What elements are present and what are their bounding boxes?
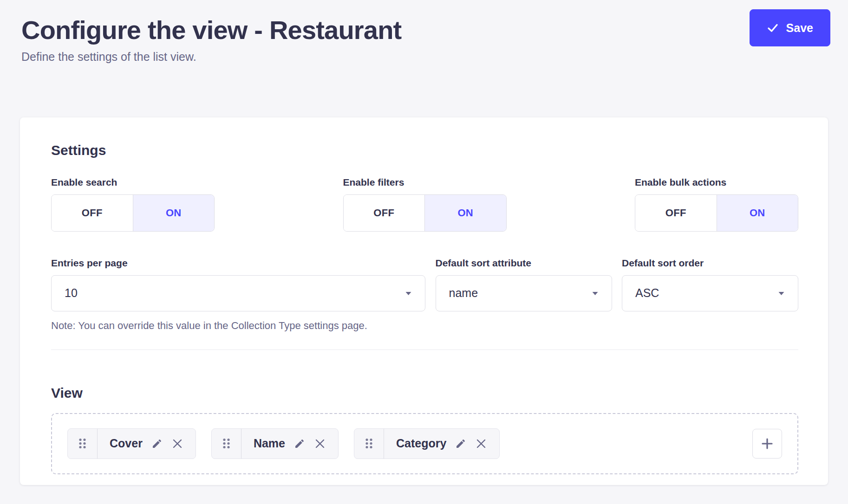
close-icon [171, 438, 183, 450]
field-chip-label: Name [254, 437, 285, 450]
enable-filters-field: Enable filters OFF ON [343, 177, 507, 232]
enable-bulk-actions-off-option[interactable]: OFF [635, 195, 717, 231]
enable-search-label: Enable search [51, 177, 215, 188]
page-title: Configure the view - Restaurant [21, 16, 829, 45]
enable-bulk-actions-label: Enable bulk actions [635, 177, 798, 188]
default-sort-attribute-select[interactable]: name [436, 275, 612, 311]
remove-field-button[interactable] [314, 438, 326, 450]
default-sort-order-select[interactable]: ASC [622, 275, 798, 311]
field-chip-label: Cover [110, 437, 143, 450]
default-sort-attribute-value: name [449, 286, 478, 300]
entries-per-page-field: Entries per page 10 Note: You can overri… [51, 258, 425, 332]
chevron-down-icon [778, 291, 785, 296]
enable-filters-off-option[interactable]: OFF [344, 195, 425, 231]
enable-bulk-actions-field: Enable bulk actions OFF ON [635, 177, 798, 232]
edit-field-button[interactable] [294, 438, 305, 449]
save-button[interactable]: Save [750, 9, 830, 46]
remove-field-button[interactable] [171, 438, 183, 450]
check-icon [767, 22, 779, 34]
drag-handle-icon[interactable] [212, 429, 241, 459]
enable-bulk-actions-on-option[interactable]: ON [717, 195, 798, 231]
entries-per-page-value: 10 [65, 286, 78, 300]
entries-per-page-select[interactable]: 10 [51, 275, 425, 311]
enable-search-field: Enable search OFF ON [51, 177, 215, 232]
enable-filters-on-option[interactable]: ON [424, 195, 506, 231]
section-divider [51, 349, 798, 350]
field-chip-label: Category [396, 437, 446, 450]
settings-card: Settings Enable search OFF ON Enable fil… [20, 117, 828, 485]
selects-row: Entries per page 10 Note: You can overri… [51, 258, 798, 332]
view-fields-dropzone: Cover [51, 413, 798, 474]
default-sort-order-label: Default sort order [622, 258, 798, 269]
entries-per-page-label: Entries per page [51, 258, 425, 269]
enable-filters-toggle[interactable]: OFF ON [343, 194, 507, 232]
add-field-button[interactable] [752, 429, 782, 459]
field-chip-category: Category [354, 428, 500, 459]
edit-field-button[interactable] [455, 438, 466, 449]
chevron-down-icon [405, 291, 412, 296]
default-sort-order-value: ASC [635, 286, 659, 300]
field-chip-name: Name [211, 428, 339, 459]
pencil-icon [294, 438, 305, 449]
pencil-icon [455, 438, 466, 449]
default-sort-attribute-field: Default sort attribute name [436, 258, 612, 332]
save-button-label: Save [786, 21, 813, 35]
close-icon [314, 438, 326, 450]
remove-field-button[interactable] [475, 438, 487, 450]
entries-per-page-note: Note: You can override this value in the… [51, 320, 425, 332]
page-subtitle: Define the settings of the list view. [21, 50, 829, 64]
default-sort-attribute-label: Default sort attribute [436, 258, 612, 269]
field-chip-cover: Cover [67, 428, 196, 459]
plus-icon [760, 437, 774, 451]
close-icon [475, 438, 487, 450]
settings-heading: Settings [51, 142, 798, 158]
page-header: Configure the view - Restaurant Define t… [0, 0, 848, 64]
edit-field-button[interactable] [151, 438, 163, 449]
enable-search-off-option[interactable]: OFF [52, 195, 133, 231]
toggles-row: Enable search OFF ON Enable filters OFF … [51, 177, 798, 232]
drag-handle-icon[interactable] [68, 429, 98, 459]
view-heading: View [51, 385, 798, 401]
chevron-down-icon [592, 291, 599, 296]
pencil-icon [151, 438, 163, 449]
enable-search-on-option[interactable]: ON [133, 195, 215, 231]
enable-search-toggle[interactable]: OFF ON [51, 194, 215, 232]
enable-filters-label: Enable filters [343, 177, 507, 188]
enable-bulk-actions-toggle[interactable]: OFF ON [635, 194, 798, 232]
default-sort-order-field: Default sort order ASC [622, 258, 798, 332]
drag-handle-icon[interactable] [354, 429, 384, 459]
